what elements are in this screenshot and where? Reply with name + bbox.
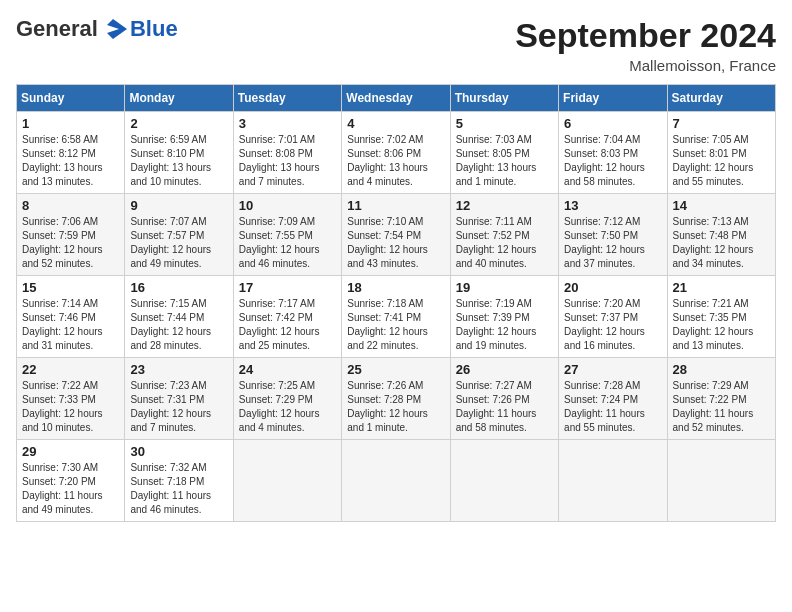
day-number: 13 [564,198,661,213]
logo-blue-text: Blue [130,16,178,42]
calendar-cell: 24Sunrise: 7:25 AM Sunset: 7:29 PM Dayli… [233,358,341,440]
day-info: Sunrise: 7:28 AM Sunset: 7:24 PM Dayligh… [564,379,661,435]
calendar-cell: 6Sunrise: 7:04 AM Sunset: 8:03 PM Daylig… [559,112,667,194]
weekday-header-sunday: Sunday [17,85,125,112]
calendar-cell: 1Sunrise: 6:58 AM Sunset: 8:12 PM Daylig… [17,112,125,194]
calendar-cell: 10Sunrise: 7:09 AM Sunset: 7:55 PM Dayli… [233,194,341,276]
calendar-cell: 22Sunrise: 7:22 AM Sunset: 7:33 PM Dayli… [17,358,125,440]
day-number: 16 [130,280,227,295]
calendar-cell: 9Sunrise: 7:07 AM Sunset: 7:57 PM Daylig… [125,194,233,276]
day-number: 14 [673,198,770,213]
day-number: 7 [673,116,770,131]
month-title: September 2024 [515,16,776,55]
calendar-week-row: 29Sunrise: 7:30 AM Sunset: 7:20 PM Dayli… [17,440,776,522]
day-info: Sunrise: 7:21 AM Sunset: 7:35 PM Dayligh… [673,297,770,353]
day-info: Sunrise: 7:22 AM Sunset: 7:33 PM Dayligh… [22,379,119,435]
calendar-cell: 12Sunrise: 7:11 AM Sunset: 7:52 PM Dayli… [450,194,558,276]
day-info: Sunrise: 7:14 AM Sunset: 7:46 PM Dayligh… [22,297,119,353]
day-number: 27 [564,362,661,377]
day-info: Sunrise: 7:10 AM Sunset: 7:54 PM Dayligh… [347,215,444,271]
calendar-week-row: 22Sunrise: 7:22 AM Sunset: 7:33 PM Dayli… [17,358,776,440]
calendar-cell: 8Sunrise: 7:06 AM Sunset: 7:59 PM Daylig… [17,194,125,276]
day-info: Sunrise: 7:12 AM Sunset: 7:50 PM Dayligh… [564,215,661,271]
day-number: 19 [456,280,553,295]
calendar-cell: 28Sunrise: 7:29 AM Sunset: 7:22 PM Dayli… [667,358,775,440]
day-info: Sunrise: 7:25 AM Sunset: 7:29 PM Dayligh… [239,379,336,435]
day-info: Sunrise: 7:04 AM Sunset: 8:03 PM Dayligh… [564,133,661,189]
calendar-cell [342,440,450,522]
day-info: Sunrise: 7:03 AM Sunset: 8:05 PM Dayligh… [456,133,553,189]
page-header: General Blue September 2024 Mallemoisson… [16,16,776,74]
day-info: Sunrise: 7:26 AM Sunset: 7:28 PM Dayligh… [347,379,444,435]
logo-general-text: General [16,16,98,42]
weekday-header-saturday: Saturday [667,85,775,112]
day-number: 5 [456,116,553,131]
calendar-cell: 26Sunrise: 7:27 AM Sunset: 7:26 PM Dayli… [450,358,558,440]
day-info: Sunrise: 7:19 AM Sunset: 7:39 PM Dayligh… [456,297,553,353]
calendar-cell: 21Sunrise: 7:21 AM Sunset: 7:35 PM Dayli… [667,276,775,358]
calendar-cell: 18Sunrise: 7:18 AM Sunset: 7:41 PM Dayli… [342,276,450,358]
calendar-cell: 5Sunrise: 7:03 AM Sunset: 8:05 PM Daylig… [450,112,558,194]
day-number: 25 [347,362,444,377]
calendar-cell: 30Sunrise: 7:32 AM Sunset: 7:18 PM Dayli… [125,440,233,522]
day-number: 23 [130,362,227,377]
calendar-cell: 4Sunrise: 7:02 AM Sunset: 8:06 PM Daylig… [342,112,450,194]
day-number: 17 [239,280,336,295]
day-info: Sunrise: 7:09 AM Sunset: 7:55 PM Dayligh… [239,215,336,271]
day-info: Sunrise: 7:02 AM Sunset: 8:06 PM Dayligh… [347,133,444,189]
day-number: 11 [347,198,444,213]
day-number: 21 [673,280,770,295]
calendar-cell: 23Sunrise: 7:23 AM Sunset: 7:31 PM Dayli… [125,358,233,440]
calendar-cell: 19Sunrise: 7:19 AM Sunset: 7:39 PM Dayli… [450,276,558,358]
day-number: 18 [347,280,444,295]
day-number: 20 [564,280,661,295]
day-number: 24 [239,362,336,377]
location-title: Mallemoisson, France [515,57,776,74]
weekday-header-tuesday: Tuesday [233,85,341,112]
calendar-cell: 2Sunrise: 6:59 AM Sunset: 8:10 PM Daylig… [125,112,233,194]
day-info: Sunrise: 7:07 AM Sunset: 7:57 PM Dayligh… [130,215,227,271]
day-number: 28 [673,362,770,377]
day-info: Sunrise: 6:58 AM Sunset: 8:12 PM Dayligh… [22,133,119,189]
calendar-cell: 14Sunrise: 7:13 AM Sunset: 7:48 PM Dayli… [667,194,775,276]
calendar-cell [667,440,775,522]
day-info: Sunrise: 7:06 AM Sunset: 7:59 PM Dayligh… [22,215,119,271]
calendar-week-row: 8Sunrise: 7:06 AM Sunset: 7:59 PM Daylig… [17,194,776,276]
day-number: 30 [130,444,227,459]
day-info: Sunrise: 7:30 AM Sunset: 7:20 PM Dayligh… [22,461,119,517]
title-block: September 2024 Mallemoisson, France [515,16,776,74]
calendar-week-row: 15Sunrise: 7:14 AM Sunset: 7:46 PM Dayli… [17,276,776,358]
day-info: Sunrise: 7:32 AM Sunset: 7:18 PM Dayligh… [130,461,227,517]
calendar-cell: 29Sunrise: 7:30 AM Sunset: 7:20 PM Dayli… [17,440,125,522]
day-info: Sunrise: 7:18 AM Sunset: 7:41 PM Dayligh… [347,297,444,353]
weekday-header-monday: Monday [125,85,233,112]
svg-marker-0 [107,19,127,39]
day-info: Sunrise: 7:05 AM Sunset: 8:01 PM Dayligh… [673,133,770,189]
day-number: 10 [239,198,336,213]
calendar-cell: 17Sunrise: 7:17 AM Sunset: 7:42 PM Dayli… [233,276,341,358]
day-info: Sunrise: 7:20 AM Sunset: 7:37 PM Dayligh… [564,297,661,353]
day-number: 2 [130,116,227,131]
day-number: 12 [456,198,553,213]
weekday-header-friday: Friday [559,85,667,112]
day-info: Sunrise: 7:11 AM Sunset: 7:52 PM Dayligh… [456,215,553,271]
day-info: Sunrise: 7:23 AM Sunset: 7:31 PM Dayligh… [130,379,227,435]
calendar-cell: 11Sunrise: 7:10 AM Sunset: 7:54 PM Dayli… [342,194,450,276]
day-number: 3 [239,116,336,131]
day-number: 4 [347,116,444,131]
day-number: 22 [22,362,119,377]
day-info: Sunrise: 7:15 AM Sunset: 7:44 PM Dayligh… [130,297,227,353]
day-number: 9 [130,198,227,213]
calendar-cell: 3Sunrise: 7:01 AM Sunset: 8:08 PM Daylig… [233,112,341,194]
day-number: 15 [22,280,119,295]
day-number: 6 [564,116,661,131]
day-number: 1 [22,116,119,131]
calendar-table: SundayMondayTuesdayWednesdayThursdayFrid… [16,84,776,522]
weekday-header-wednesday: Wednesday [342,85,450,112]
calendar-cell: 15Sunrise: 7:14 AM Sunset: 7:46 PM Dayli… [17,276,125,358]
calendar-cell: 20Sunrise: 7:20 AM Sunset: 7:37 PM Dayli… [559,276,667,358]
calendar-cell [450,440,558,522]
day-info: Sunrise: 7:27 AM Sunset: 7:26 PM Dayligh… [456,379,553,435]
day-info: Sunrise: 7:29 AM Sunset: 7:22 PM Dayligh… [673,379,770,435]
logo: General Blue [16,16,178,42]
